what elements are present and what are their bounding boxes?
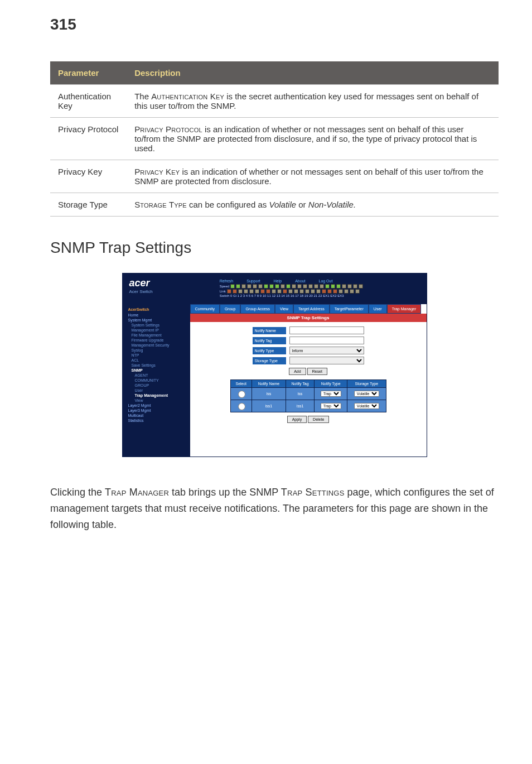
cell-storage-type-select[interactable]: Volatile [354,403,379,409]
sidebar-home[interactable]: Home [128,313,187,318]
table-row: Privacy Protocol Privacy Protocol is an … [50,118,499,160]
input-notify-name[interactable] [289,326,364,334]
small-caps-term: Privacy Key [134,167,180,176]
text: tab brings up the SNMP [169,487,281,498]
select-storage-type[interactable] [289,357,364,364]
sidebar-item[interactable]: Syslog [128,348,187,353]
sidebar-snmp[interactable]: SNMP [128,368,187,373]
add-button[interactable]: Add [289,368,306,375]
grid-th-notify-tag: Notify Tag [286,380,314,388]
grid-row: iss iss Trap Volatile [230,388,386,400]
param-desc: Storage Type can be configured as Volati… [127,193,499,217]
top-link-refresh[interactable]: Refresh [220,279,234,283]
text: or [296,200,308,209]
text: can be configured as [187,200,269,209]
port-led [322,289,326,294]
sidebar-header: AcerSwitch [128,307,187,311]
cell-notify-tag: iss1 [286,400,314,412]
th-parameter: Parameter [50,61,127,85]
port-led [275,284,279,289]
sidebar-item[interactable]: File Management [128,333,187,338]
port-led [325,284,330,289]
port-led [320,284,324,289]
sidebar-item[interactable]: Layer3 Mgmt [128,408,187,413]
port-led [238,289,243,294]
delete-button[interactable]: Delete [308,416,329,423]
tab-target-address[interactable]: Target Address [293,304,330,314]
sidebar-item[interactable]: Multicast [128,413,187,418]
param-desc: Privacy Key is an indication of whether … [127,160,499,193]
reset-button[interactable]: Reset [307,368,327,375]
small-caps-term: Trap Manager [105,487,169,498]
sidebar-snmp-item[interactable]: User [128,388,187,393]
sidebar-snmp-item[interactable]: AGENT [128,373,187,378]
tab-group[interactable]: Group [220,304,240,314]
row-select-radio[interactable] [238,391,245,398]
row-select-radio[interactable] [238,403,245,410]
port-led [331,284,335,289]
sidebar-item[interactable]: Management IP [128,328,187,333]
port-led [244,289,248,294]
sidebar-snmp-trap-mgmt[interactable]: Trap Management [128,393,187,398]
cell-notify-type-select[interactable]: Trap [321,391,341,397]
sidebar-item[interactable]: NTP [128,353,187,358]
sidebar-item[interactable]: Save Settings [128,363,187,368]
sidebar-snmp-item[interactable]: View [128,398,187,403]
italic-term: Non-Volatile. [308,200,356,209]
apply-button[interactable]: Apply [287,416,307,423]
tab-trap-manager[interactable]: Trap Manager [387,304,422,314]
param-desc: The Authentication Key is the secret aut… [127,85,499,118]
sidebar-item[interactable]: Layer2 Mgmt [128,403,187,408]
port-led [308,284,313,289]
port-led [266,289,270,294]
grid-th-storage-type: Storage Type [347,380,386,388]
input-notify-tag[interactable] [289,337,364,344]
tab-user[interactable]: User [369,304,387,314]
port-led [297,284,302,289]
port-led [347,284,352,289]
port-led [247,284,252,289]
port-led [299,289,304,294]
sidebar-item[interactable]: System Settings [128,323,187,328]
label-notify-tag: Notify Tag [253,337,286,344]
cell-notify-name: iss [252,388,286,400]
sidebar-item[interactable]: Management Security [128,343,187,348]
sidebar-item[interactable]: Statistics [128,418,187,423]
sidebar-item[interactable]: Firmware Upgrade [128,338,187,343]
tab-community[interactable]: Community [190,304,220,314]
tab-view[interactable]: View [275,304,293,314]
sidebar-system-mgmt[interactable]: System Mgmt [128,318,187,323]
port-led [316,289,321,294]
sidebar-snmp-item[interactable]: COMMUNITY [128,378,187,383]
port-led [327,289,332,294]
brand-subtitle: Acer Switch [129,289,153,294]
top-link-logout[interactable]: Log Out [318,279,332,283]
port-led [241,284,246,289]
cell-notify-type-select[interactable]: Trap [321,403,341,409]
embedded-screenshot: acer Acer Switch Refresh Support Help Ab… [123,273,427,457]
select-notify-type[interactable]: Inform [289,347,364,354]
notification-grid: Select Notify Name Notify Tag Notify Typ… [230,379,386,412]
page-number: 315 [50,16,499,33]
port-led [272,289,276,294]
sidebar-item[interactable]: ACL [128,358,187,363]
port-led [260,289,265,294]
small-caps-term: Authentication Key [151,92,224,101]
top-link-about[interactable]: About [295,279,305,283]
tab-target-parameter[interactable]: TargetParameter [330,304,369,314]
sidebar-snmp-item[interactable]: GROUP [128,383,187,388]
parameter-table: Parameter Description Authentication Key… [50,61,499,217]
param-desc: Privacy Protocol is an indication of whe… [127,118,499,160]
port-led [255,289,259,294]
port-led [294,289,298,294]
link-label: Link [220,290,226,293]
cell-storage-type-select[interactable]: Volatile [354,391,379,397]
text: is an indication of whether or not messa… [134,167,483,186]
tab-group-access[interactable]: Group Access [240,304,275,314]
panel-title: SNMP Trap Settings [190,314,427,322]
port-led [311,289,315,294]
italic-term: Volatile [269,200,296,209]
top-link-help[interactable]: Help [274,279,282,283]
top-link-support[interactable]: Support [246,279,260,283]
port-led [286,284,291,289]
